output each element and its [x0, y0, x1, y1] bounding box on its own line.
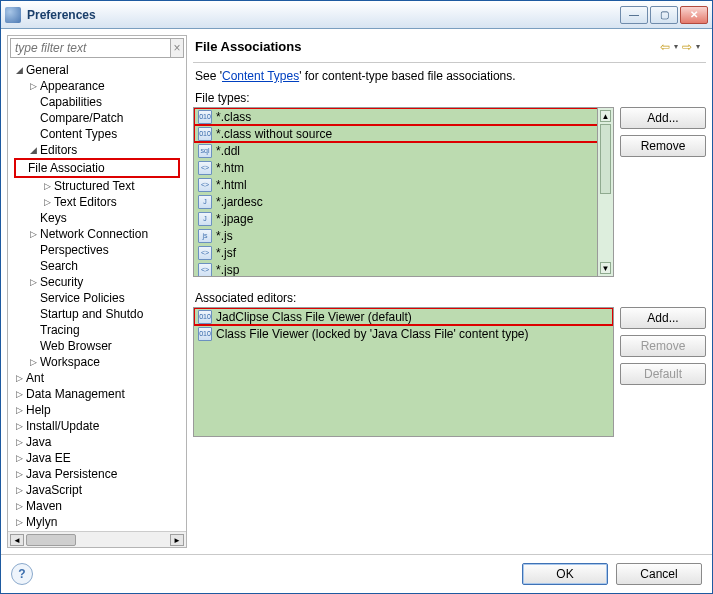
- expand-icon[interactable]: ▷: [14, 370, 24, 386]
- scroll-right-arrow[interactable]: ►: [170, 534, 184, 546]
- tree-node[interactable]: ▷Install/Update: [14, 418, 186, 434]
- list-item[interactable]: 010*.class without source: [194, 125, 613, 142]
- tree-node[interactable]: ▷Java Persistence: [14, 466, 186, 482]
- scroll-left-arrow[interactable]: ◄: [10, 534, 24, 546]
- expand-icon[interactable]: ▷: [14, 402, 24, 418]
- tree-node[interactable]: ▷Help: [14, 402, 186, 418]
- tree-node[interactable]: ▷Data Management: [14, 386, 186, 402]
- list-item[interactable]: 010Class File Viewer (locked by 'Java Cl…: [194, 325, 613, 342]
- titlebar[interactable]: Preferences — ▢ ✕: [1, 1, 712, 29]
- expand-icon[interactable]: ▷: [14, 514, 24, 530]
- tree-node[interactable]: ▷Mylyn: [14, 514, 186, 530]
- left-panel: × ◢General▷AppearanceCapabilitiesCompare…: [7, 35, 187, 548]
- filetypes-remove-button[interactable]: Remove: [620, 135, 706, 157]
- tree-node[interactable]: ▷Maven: [14, 498, 186, 514]
- filter-clear-button[interactable]: ×: [171, 38, 184, 58]
- tree-node[interactable]: Web Browser: [14, 338, 186, 354]
- list-item[interactable]: <>*.htm: [194, 159, 613, 176]
- tree-node[interactable]: Content Types: [14, 126, 186, 142]
- tree-node[interactable]: ▷Java EE: [14, 450, 186, 466]
- expand-icon[interactable]: ▷: [14, 418, 24, 434]
- tree-node[interactable]: ▷Java: [14, 434, 186, 450]
- tree-node[interactable]: ▷Network Connection: [14, 226, 186, 242]
- expand-icon[interactable]: ▷: [28, 78, 38, 94]
- content-types-link[interactable]: Content Types: [222, 69, 299, 83]
- tree-node[interactable]: ▷JavaScript: [14, 482, 186, 498]
- nav-forward-menu[interactable]: ▾: [696, 42, 700, 51]
- expand-icon[interactable]: ▷: [14, 466, 24, 482]
- tree-node[interactable]: Compare/Patch: [14, 110, 186, 126]
- maximize-button[interactable]: ▢: [650, 6, 678, 24]
- right-panel: File Associations ⇦ ▾ ⇨ ▾ See 'Content T…: [193, 35, 706, 548]
- tree-node[interactable]: Service Policies: [14, 290, 186, 306]
- tree-node[interactable]: Search: [14, 258, 186, 274]
- tree-node[interactable]: ◢Editors: [14, 142, 186, 158]
- scroll-vthumb[interactable]: [600, 124, 611, 194]
- list-item[interactable]: 010*.class: [194, 108, 613, 125]
- list-item-label: *.html: [216, 178, 247, 192]
- scroll-down-arrow[interactable]: ▼: [600, 262, 611, 274]
- help-button[interactable]: ?: [11, 563, 33, 585]
- tree-hscrollbar[interactable]: ◄ ►: [8, 531, 186, 547]
- expand-icon[interactable]: ▷: [14, 434, 24, 450]
- expand-icon[interactable]: ▷: [14, 450, 24, 466]
- list-item[interactable]: J*.jpage: [194, 210, 613, 227]
- tree-node[interactable]: Keys: [14, 210, 186, 226]
- list-item[interactable]: js*.js: [194, 227, 613, 244]
- list-item[interactable]: <>*.jsp: [194, 261, 613, 277]
- list-item-label: *.jpage: [216, 212, 253, 226]
- tree-node[interactable]: Tracing: [14, 322, 186, 338]
- tree-node[interactable]: File Associatio: [14, 158, 180, 178]
- list-item[interactable]: <>*.jsf: [194, 244, 613, 261]
- preferences-tree[interactable]: ◢General▷AppearanceCapabilitiesCompare/P…: [8, 60, 186, 531]
- close-button[interactable]: ✕: [680, 6, 708, 24]
- collapse-icon[interactable]: ◢: [28, 142, 38, 158]
- tree-node[interactable]: ▷Structured Text: [14, 178, 186, 194]
- expand-icon[interactable]: ▷: [28, 354, 38, 370]
- nav-back-menu[interactable]: ▾: [674, 42, 678, 51]
- editors-default-button[interactable]: Default: [620, 363, 706, 385]
- collapse-icon[interactable]: ◢: [14, 62, 24, 78]
- page-description: See 'Content Types' for content-type bas…: [193, 63, 706, 87]
- tree-node-label: Java EE: [26, 450, 71, 466]
- tree-node[interactable]: Perspectives: [14, 242, 186, 258]
- list-item[interactable]: <>*.html: [194, 176, 613, 193]
- tree-node[interactable]: ▷Text Editors: [14, 194, 186, 210]
- expand-icon[interactable]: ▷: [42, 194, 52, 210]
- tree-node-label: Install/Update: [26, 418, 99, 434]
- expand-icon[interactable]: ▷: [14, 386, 24, 402]
- list-item[interactable]: 010JadClipse Class File Viewer (default): [194, 308, 613, 325]
- window-title: Preferences: [27, 8, 620, 22]
- ok-button[interactable]: OK: [522, 563, 608, 585]
- tree-node-label: Web Browser: [40, 338, 112, 354]
- list-item[interactable]: J*.jardesc: [194, 193, 613, 210]
- minimize-button[interactable]: —: [620, 6, 648, 24]
- expand-icon[interactable]: ▷: [14, 498, 24, 514]
- editors-list[interactable]: 010JadClipse Class File Viewer (default)…: [193, 307, 614, 437]
- scroll-up-arrow[interactable]: ▲: [600, 110, 611, 122]
- list-item[interactable]: sql*.ddl: [194, 142, 613, 159]
- tree-node[interactable]: Startup and Shutdo: [14, 306, 186, 322]
- expand-icon[interactable]: ▷: [14, 482, 24, 498]
- expand-icon[interactable]: ▷: [28, 226, 38, 242]
- tree-node-label: Tracing: [40, 322, 80, 338]
- filetypes-vscrollbar[interactable]: ▲ ▼: [597, 108, 613, 276]
- list-item-label: *.jardesc: [216, 195, 263, 209]
- tree-node[interactable]: ▷Workspace: [14, 354, 186, 370]
- tree-node[interactable]: ◢General: [14, 62, 186, 78]
- filter-input[interactable]: [10, 38, 171, 58]
- nav-forward-icon[interactable]: ⇨: [682, 40, 692, 54]
- filetypes-add-button[interactable]: Add...: [620, 107, 706, 129]
- expand-icon[interactable]: ▷: [42, 178, 52, 194]
- tree-node[interactable]: ▷Appearance: [14, 78, 186, 94]
- tree-node[interactable]: ▷Ant: [14, 370, 186, 386]
- editors-add-button[interactable]: Add...: [620, 307, 706, 329]
- tree-node[interactable]: ▷Security: [14, 274, 186, 290]
- filetypes-list[interactable]: 010*.class010*.class without sourcesql*.…: [193, 107, 614, 277]
- expand-icon[interactable]: ▷: [28, 274, 38, 290]
- tree-node[interactable]: Capabilities: [14, 94, 186, 110]
- editors-remove-button[interactable]: Remove: [620, 335, 706, 357]
- cancel-button[interactable]: Cancel: [616, 563, 702, 585]
- nav-back-icon[interactable]: ⇦: [660, 40, 670, 54]
- scroll-thumb[interactable]: [26, 534, 76, 546]
